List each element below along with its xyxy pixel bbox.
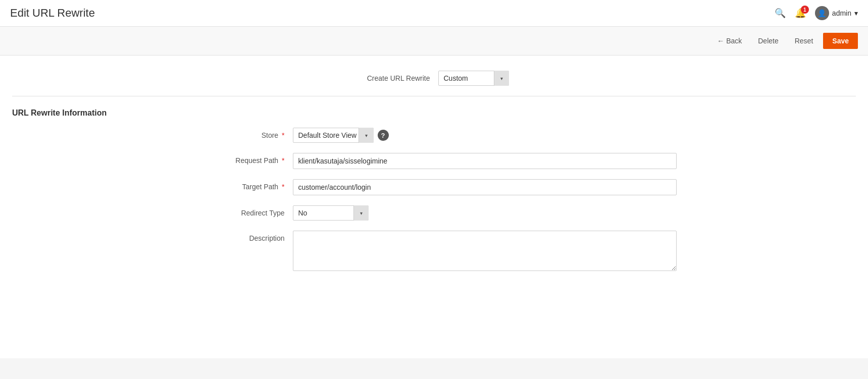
back-arrow-icon: ← <box>717 37 724 45</box>
request-path-label: Request Path * <box>192 153 293 165</box>
back-label: Back <box>726 37 742 45</box>
redirect-type-label: Redirect Type <box>192 205 293 217</box>
request-path-field <box>293 153 677 169</box>
notification-badge: 1 <box>801 6 809 14</box>
save-button[interactable]: Save <box>823 33 858 49</box>
description-input[interactable] <box>293 231 677 271</box>
store-required: * <box>282 131 284 139</box>
delete-label: Delete <box>758 37 778 45</box>
section-divider <box>12 96 856 96</box>
redirect-type-select[interactable]: No Temporary (301) Permanent (302) <box>293 205 369 221</box>
user-icon: 👤 <box>818 9 826 17</box>
store-label: Store * <box>192 128 293 139</box>
notification-button[interactable]: 🔔 1 <box>795 8 806 19</box>
description-field <box>293 231 677 273</box>
create-rewrite-label: Create URL Rewrite <box>360 74 430 82</box>
create-rewrite-row: Create URL Rewrite Custom For product Fo… <box>12 66 856 96</box>
section-title: URL Rewrite Information <box>12 104 856 118</box>
request-path-row: Request Path * <box>12 153 856 169</box>
user-menu-button[interactable]: 👤 admin ▾ <box>815 6 858 20</box>
target-path-required: * <box>282 183 284 191</box>
description-row: Description <box>12 231 856 273</box>
request-path-required: * <box>282 156 284 165</box>
avatar: 👤 <box>815 6 829 20</box>
request-path-input[interactable] <box>293 153 677 169</box>
toolbar: ← Back Delete Reset Save <box>0 27 868 56</box>
back-button[interactable]: ← Back <box>711 34 748 48</box>
reset-button[interactable]: Reset <box>789 34 820 48</box>
store-field: Default Store View ▾ ? <box>293 128 677 143</box>
target-path-row: Target Path * <box>12 179 856 195</box>
search-button[interactable]: 🔍 <box>775 8 786 19</box>
save-label: Save <box>832 37 849 45</box>
store-select-wrapper: Default Store View ▾ <box>293 128 374 143</box>
create-rewrite-select-wrapper: Custom For product For category For CMS … <box>438 71 509 86</box>
form-section: Store * Default Store View ▾ ? Request <box>12 128 856 273</box>
store-row-field: Default Store View ▾ ? <box>293 128 677 143</box>
redirect-type-select-wrapper: No Temporary (301) Permanent (302) ▾ <box>293 205 369 221</box>
page-title: Edit URL Rewrite <box>10 7 95 20</box>
store-row: Store * Default Store View ▾ ? <box>12 128 856 143</box>
header-right: 🔍 🔔 1 👤 admin ▾ <box>775 6 858 20</box>
target-path-input[interactable] <box>293 179 677 195</box>
chevron-down-icon: ▾ <box>854 9 858 17</box>
reset-label: Reset <box>795 37 813 45</box>
target-path-label: Target Path * <box>192 179 293 191</box>
page-header: Edit URL Rewrite 🔍 🔔 1 👤 admin ▾ <box>0 0 868 27</box>
create-rewrite-select[interactable]: Custom For product For category For CMS … <box>438 71 509 86</box>
main-content: Create URL Rewrite Custom For product Fo… <box>0 56 868 358</box>
store-select[interactable]: Default Store View <box>293 128 374 143</box>
delete-button[interactable]: Delete <box>752 34 784 48</box>
store-help-icon[interactable]: ? <box>378 130 389 141</box>
user-name-label: admin <box>832 9 851 17</box>
description-label: Description <box>192 231 293 242</box>
redirect-type-field: No Temporary (301) Permanent (302) ▾ <box>293 205 677 221</box>
search-icon: 🔍 <box>775 8 786 18</box>
target-path-field <box>293 179 677 195</box>
redirect-type-row: Redirect Type No Temporary (301) Permane… <box>12 205 856 221</box>
